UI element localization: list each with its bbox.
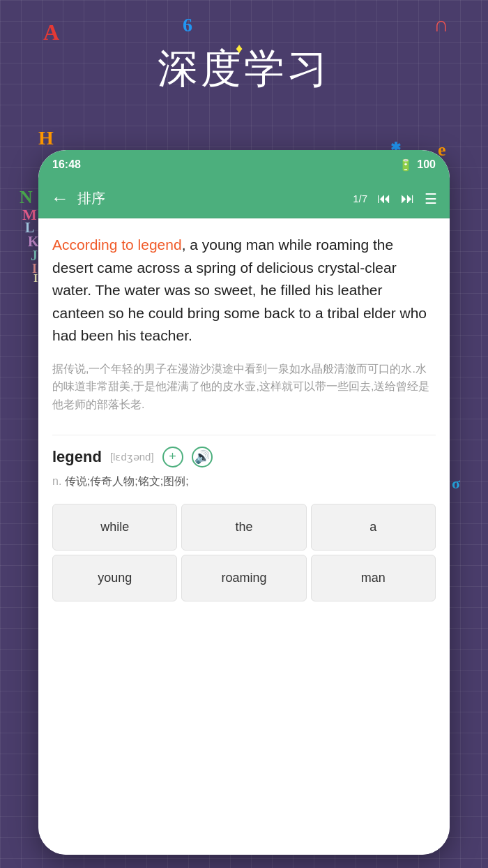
part-of-speech: n. [52, 475, 61, 487]
status-bar: 16:48 🔋 100 [38, 150, 450, 179]
passage-text: According to legend, a young man while r… [52, 234, 436, 347]
deco-letter: N [20, 187, 33, 208]
back-button[interactable]: ← [51, 188, 69, 209]
deco-letter: ∩ [434, 13, 449, 36]
sound-button[interactable]: 🔊 [192, 447, 213, 467]
status-right: 🔋 100 [399, 158, 436, 172]
phone-mockup: 16:48 🔋 100 ← 排序 1/7 ⏮ ⏭ ☰ According to … [38, 150, 450, 855]
deco-letter: σ [452, 474, 460, 493]
word-choice-while[interactable]: while [52, 504, 177, 551]
word-choice-man[interactable]: man [311, 555, 436, 601]
deco-letter: ♦ [236, 40, 243, 57]
next-button[interactable]: ⏭ [401, 190, 415, 207]
deco-letter: H [38, 127, 54, 149]
nav-title: 排序 [77, 189, 353, 208]
content-area: According to legend, a young man while r… [38, 218, 450, 855]
battery-level: 100 [417, 158, 436, 171]
add-word-button[interactable]: + [162, 447, 183, 467]
word-definition-section: legend [lɛdʒənd] + 🔊 n. 传说;传奇人物;铭文;图例; [52, 435, 436, 490]
word-main: legend [52, 448, 102, 466]
word-choice-grid: while the a young roaming man [52, 504, 436, 608]
word-header: legend [lɛdʒənd] + 🔊 [52, 447, 436, 467]
page-title: 深度学习 [0, 42, 488, 96]
nav-bar: ← 排序 1/7 ⏮ ⏭ ☰ [38, 179, 450, 218]
word-choice-young[interactable]: young [52, 555, 177, 601]
definition-text: 传说;传奇人物;铭文;图例; [61, 475, 188, 487]
status-time: 16:48 [52, 158, 81, 171]
word-choice-a[interactable]: a [311, 504, 436, 551]
deco-letter: I [33, 272, 38, 285]
passage-translation: 据传说,一个年轻的男子在漫游沙漠途中看到一泉如水晶般清澈而可口的水.水的味道非常… [52, 360, 436, 414]
menu-button[interactable]: ☰ [425, 190, 437, 207]
word-meaning: n. 传说;传奇人物;铭文;图例; [52, 473, 436, 490]
page-indicator: 1/7 [353, 193, 367, 204]
word-choice-roaming[interactable]: roaming [181, 555, 306, 601]
word-phonetic: [lɛdʒənd] [110, 451, 154, 463]
prev-button[interactable]: ⏮ [377, 190, 391, 207]
nav-right-controls: 1/7 ⏮ ⏭ ☰ [353, 190, 437, 207]
passage-highlight: According to legend [52, 237, 182, 253]
deco-letter: A [43, 20, 59, 45]
word-choice-the[interactable]: the [181, 504, 306, 551]
battery-icon: 🔋 [399, 158, 413, 172]
deco-letter: 6 [183, 14, 192, 36]
